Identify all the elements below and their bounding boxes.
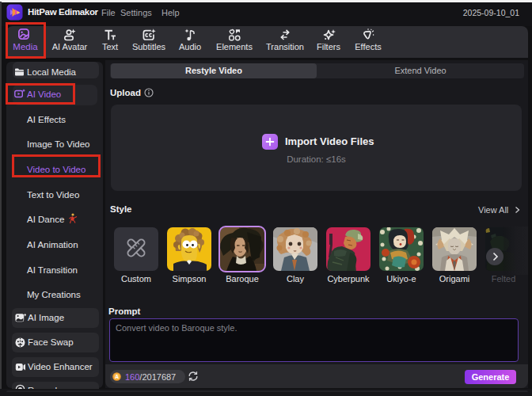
svg-text:A: A — [115, 374, 119, 379]
